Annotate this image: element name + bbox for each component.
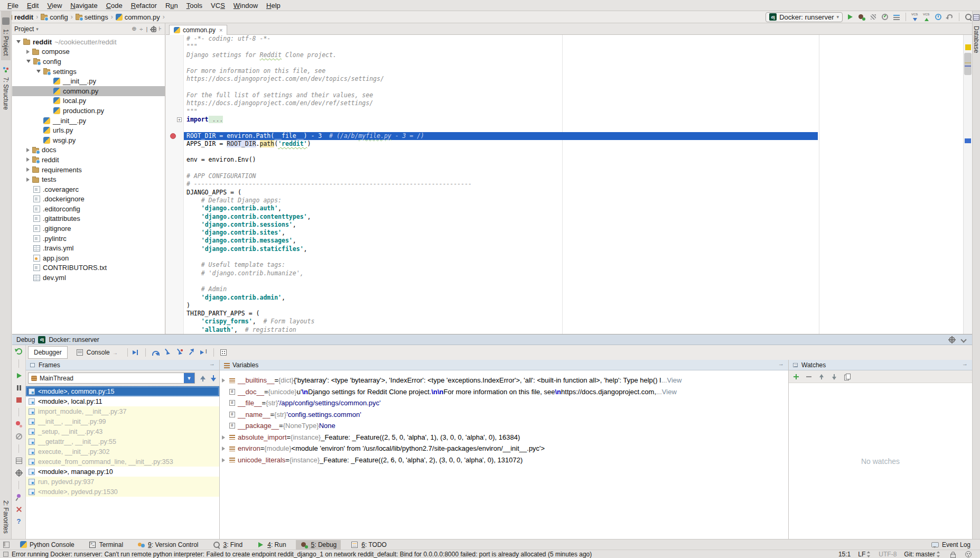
sidebar-tab-database[interactable]: Database	[972, 22, 980, 57]
variable-row[interactable]: environ = {module} <module 'environ' fro…	[220, 443, 788, 454]
frame-row[interactable]: execute_from_command_line, __init__.py:3…	[26, 457, 219, 467]
evaluate-icon[interactable]	[219, 348, 228, 357]
caret-position[interactable]: 15:1	[838, 551, 851, 558]
frame-row[interactable]: __init__, __init__.py:99	[26, 416, 219, 426]
restore-layout-icon[interactable]	[892, 13, 901, 21]
collapse-all-icon[interactable]: ÷	[138, 26, 144, 32]
stripe-mark[interactable]	[965, 66, 971, 67]
tool-window-switcher-icon[interactable]	[2, 541, 11, 549]
undo-icon[interactable]	[946, 13, 954, 21]
gravatar-icon[interactable]	[964, 550, 973, 558]
scrollbar-thumb[interactable]	[964, 53, 972, 75]
run-to-cursor-icon[interactable]	[200, 348, 208, 357]
vcs-commit-icon[interactable]	[922, 13, 931, 21]
local-history-icon[interactable]	[934, 13, 942, 21]
tree-item-.gitattributes[interactable]: .gitattributes	[12, 214, 165, 224]
tree-item-common.py[interactable]: common.py	[12, 86, 165, 96]
git-branch-select[interactable]: Git: master	[904, 551, 941, 558]
frame-row[interactable]: _setup, __init__.py:43	[26, 426, 219, 436]
tree-item-local.py[interactable]: local.py	[12, 96, 165, 106]
watch-remove-icon[interactable]	[805, 373, 813, 381]
variable-row[interactable]: __builtins__ = {dict} {'bytearray': <typ…	[220, 375, 788, 386]
tree-item--init-.py[interactable]: __init__.py	[12, 116, 165, 126]
float-panel-icon[interactable]	[960, 361, 969, 369]
profiler-icon[interactable]	[881, 13, 889, 21]
tree-chevron-icon[interactable]	[26, 148, 30, 152]
tree-item-docs[interactable]: docs	[12, 145, 165, 155]
breakpoint-icon[interactable]	[170, 133, 176, 139]
editor-gutter[interactable]	[166, 294, 184, 302]
toolwindow-tab-3-find[interactable]: 3: Find	[208, 540, 247, 550]
search-icon[interactable]	[964, 13, 973, 21]
menu-code[interactable]: Code	[102, 1, 127, 11]
menu-tools[interactable]: Tools	[182, 1, 207, 11]
hide-panel-icon[interactable]: ⊦	[157, 25, 163, 32]
frame-row[interactable]: run, pydevd.py:937	[26, 477, 219, 487]
frame-row[interactable]: __getattr__, __init__.py:55	[26, 436, 219, 447]
editor-tab-common-py[interactable]: common.py ×	[169, 25, 227, 35]
editor-gutter[interactable]	[166, 35, 184, 43]
frame-row[interactable]: <module>, pydevd.py:1530	[26, 487, 219, 497]
variable-row[interactable]: absolute_import = {instance} _Feature: _…	[220, 432, 788, 443]
tree-item-config[interactable]: config	[12, 57, 165, 67]
toolwindow-tab-terminal[interactable]: Terminal	[84, 540, 127, 550]
encoding-select[interactable]: UTF-8	[879, 551, 897, 558]
debugger-gear-icon[interactable]	[15, 469, 23, 477]
variable-row[interactable]: __package__ = {NoneType} None	[220, 420, 788, 432]
inspection-status-icon[interactable]	[965, 44, 971, 50]
editor-gutter[interactable]	[166, 326, 184, 334]
editor-gutter[interactable]	[166, 108, 184, 116]
debugger-pause-icon[interactable]	[15, 384, 23, 392]
menu-view[interactable]: View	[43, 1, 66, 11]
editor-gutter[interactable]	[166, 237, 184, 245]
variable-row[interactable]: __doc__ = {unicode} u'\nDjango settings …	[220, 386, 788, 398]
next-frame-icon[interactable]	[209, 374, 217, 383]
variable-row[interactable]: unicode_literals = {instance} _Feature: …	[220, 454, 788, 466]
code-area[interactable]: # -*- coding: utf-8 -*-"""Django setting…	[166, 35, 972, 334]
tree-item-.editorconfig[interactable]: .editorconfig	[12, 204, 165, 214]
editor-gutter[interactable]	[166, 197, 184, 204]
tree-item-requirements[interactable]: requirements	[12, 165, 165, 175]
debugger-close-icon[interactable]	[15, 505, 23, 514]
debugger-pin-icon[interactable]	[15, 493, 23, 501]
toolwindow-tab-6-todo[interactable]: 6: TODO	[346, 540, 391, 550]
run-configuration-select[interactable]: dj Docker: runserver ▾	[766, 12, 843, 22]
hide-tool-window-icon[interactable]	[959, 336, 968, 344]
menu-help[interactable]: Help	[262, 1, 285, 11]
tree-item-reddit[interactable]: reddit ~/cookiecutter/reddit	[12, 37, 165, 47]
tree-item-compose[interactable]: compose	[12, 47, 165, 57]
frame-row[interactable]: execute, __init__.py:302	[26, 447, 219, 457]
editor-gutter[interactable]	[166, 189, 184, 197]
view-link[interactable]: View	[662, 388, 677, 396]
frame-row[interactable]: import_module, __init__.py:37	[26, 406, 219, 416]
tree-item-.travis.yml[interactable]: .travis.yml	[12, 243, 165, 253]
editor-gutter[interactable]: +	[166, 116, 184, 124]
editor-gutter[interactable]	[166, 204, 184, 212]
coverage-icon[interactable]	[869, 13, 878, 21]
editor-scrollbar[interactable]	[963, 35, 972, 334]
editor-gutter[interactable]	[166, 285, 184, 293]
tree-chevron-icon[interactable]	[26, 168, 30, 172]
float-panel-icon[interactable]	[208, 361, 216, 369]
editor-gutter[interactable]	[166, 75, 184, 83]
event-log-button[interactable]: Event Log	[931, 541, 978, 549]
editor-gutter[interactable]	[166, 269, 184, 277]
tree-item-settings[interactable]: settings	[12, 67, 165, 77]
toolwindow-tab-9-version-control[interactable]: 9: Version Control	[133, 540, 202, 550]
editor-gutter[interactable]	[166, 59, 184, 67]
debug-icon[interactable]	[857, 13, 866, 21]
debugger-view-breakpoints-icon[interactable]	[15, 420, 23, 429]
tree-chevron-icon[interactable]	[36, 70, 41, 73]
menu-window[interactable]: Window	[229, 1, 262, 11]
editor-gutter[interactable]	[166, 180, 184, 188]
tree-item-dev.yml[interactable]: dev.yml	[12, 273, 165, 283]
tree-chevron-icon[interactable]	[26, 50, 30, 54]
editor-gutter[interactable]	[166, 140, 184, 148]
editor-gutter[interactable]	[166, 318, 184, 326]
tree-chevron-icon[interactable]	[26, 157, 30, 162]
editor-gutter[interactable]	[166, 148, 184, 156]
debugger-resume-icon[interactable]	[15, 371, 23, 380]
step-into-icon[interactable]	[163, 348, 172, 357]
stripe-mark-debug-line[interactable]	[965, 138, 971, 143]
editor-gutter[interactable]	[166, 221, 184, 229]
